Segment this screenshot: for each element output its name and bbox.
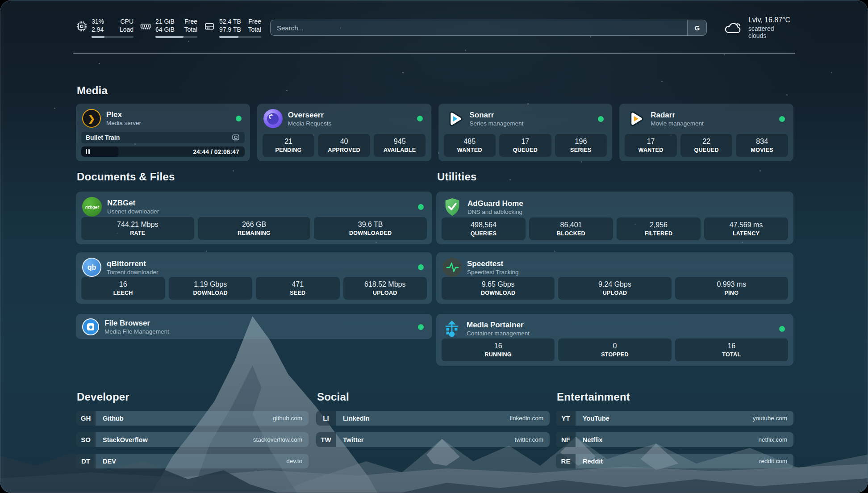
link-domain: dev.to <box>286 458 302 464</box>
radarr-icon <box>626 109 645 129</box>
cpu-labels: CPU Load <box>120 17 134 34</box>
filebrowser-name: File Browser <box>104 319 169 328</box>
sonarr-subtitle: Series management <box>470 120 524 127</box>
link-domain: github.com <box>273 415 302 422</box>
link-name: YouTube <box>583 415 609 422</box>
search-engine-button[interactable]: G <box>687 20 706 35</box>
qbittorrent-subtitle: Torrent downloader <box>107 269 159 276</box>
speedtest-icon <box>442 258 462 277</box>
filebrowser-subtitle: Media File Management <box>104 328 169 335</box>
adguard-subtitle: DNS and adblocking <box>467 209 523 215</box>
section-title-developer: Developer <box>77 391 129 403</box>
link-github[interactable]: GH Github github.com <box>76 411 309 426</box>
nzbget-name: NZBGet <box>107 199 159 208</box>
top-bar: 31% 2.94 CPU Load <box>76 13 793 42</box>
portainer-card[interactable]: Media Portainer Container management 16 … <box>436 314 793 366</box>
portainer-names: Media Portainer Container management <box>467 321 530 337</box>
weather-text: Lviv, 16.87°C scattered clouds <box>748 16 793 39</box>
nzbget-status-dot <box>418 204 424 210</box>
speedtest-names: Speedtest Speedtest Tracking <box>467 259 519 276</box>
qbittorrent-status-dot <box>418 264 424 270</box>
link-name: LinkedIn <box>343 415 370 422</box>
adguard-stats: 498,564 QUERIES 86,401 BLOCKED 2,956 FIL… <box>442 217 788 240</box>
cpu-progress-fill <box>92 36 104 38</box>
link-domain: netflix.com <box>758 436 787 443</box>
link-reddit[interactable]: RE Reddit reddit.com <box>556 454 793 468</box>
cpu-load-label: Load <box>120 25 134 33</box>
section-title-social: Social <box>317 391 349 403</box>
sonarr-names: Sonarr Series management <box>470 111 524 127</box>
plex-names: Plex Media server <box>106 110 141 126</box>
section-title-media: Media <box>77 84 108 97</box>
plex-chevron-glyph: ❯ <box>88 113 95 124</box>
qbittorrent-card[interactable]: qb qBittorrent Torrent downloader 16 LEE… <box>76 252 432 304</box>
plex-card[interactable]: ❯ Plex Media server Bullet Train <box>76 104 250 161</box>
stat-available: 945 AVAILABLE <box>374 134 426 157</box>
stat-approved: 40 APPROVED <box>318 134 370 157</box>
stat-seed: 471 SEED <box>256 277 340 300</box>
disk-icon <box>204 21 215 32</box>
cpu-values: 31% 2.94 <box>92 17 104 34</box>
speedtest-name: Speedtest <box>467 259 519 268</box>
plex-now-playing-title: Bullet Train <box>86 134 120 141</box>
disk-progress-fill <box>219 36 238 38</box>
search-bar: G <box>270 20 707 36</box>
speedtest-card[interactable]: Speedtest Speedtest Tracking 9.65 Gbps D… <box>436 252 793 304</box>
link-abbr: DT <box>76 454 96 468</box>
stat-filtered: 2,956 FILTERED <box>617 217 701 240</box>
link-stackoverflow[interactable]: SO StackOverflow stackoverflow.com <box>76 432 309 447</box>
speedtest-stats: 9.65 Gbps DOWNLOAD 9.24 Gbps UPLOAD 0.99… <box>442 277 788 300</box>
search-input[interactable] <box>271 20 687 35</box>
stat-download: 9.65 Gbps DOWNLOAD <box>442 277 555 300</box>
memory-progress-track <box>155 36 197 38</box>
link-twitter[interactable]: TW Twitter twitter.com <box>316 432 550 447</box>
stat-upload: 9.24 Gbps UPLOAD <box>558 277 671 300</box>
plex-progress-bar: 24:44 / 02:06:47 <box>81 146 245 157</box>
plex-status-dot <box>236 116 242 121</box>
link-domain: twitter.com <box>514 436 543 443</box>
link-netflix[interactable]: NF Netflix netflix.com <box>556 432 793 447</box>
link-linkedin[interactable]: LI LinkedIn linkedin.com <box>316 411 550 426</box>
entertainment-links: YT YouTube youtube.com NF Netflix netfli… <box>556 411 793 468</box>
link-name: Reddit <box>583 458 603 465</box>
nzbget-icon: nzbget <box>82 197 102 217</box>
link-name: StackOverflow <box>103 436 148 443</box>
link-abbr: TW <box>316 432 336 447</box>
link-youtube[interactable]: YT YouTube youtube.com <box>556 411 793 426</box>
link-dev-to[interactable]: DT DEV dev.to <box>76 454 309 468</box>
overseerr-name: Overseerr <box>288 111 332 120</box>
stat-wanted: 485 WANTED <box>444 134 496 157</box>
overseerr-card[interactable]: Overseerr Media Requests 21 PENDING 40 A… <box>257 104 431 161</box>
pause-icon <box>86 149 87 154</box>
memory-free-value: 21 GiB <box>155 17 175 25</box>
memory-progress-fill <box>155 36 184 38</box>
link-name: DEV <box>103 458 116 465</box>
link-name: Github <box>103 415 124 422</box>
link-abbr: LI <box>316 411 336 426</box>
adguard-names: AdGuard Home DNS and adblocking <box>467 199 523 215</box>
sonarr-card[interactable]: Sonarr Series management 485 WANTED 17 Q… <box>438 104 613 161</box>
link-domain: youtube.com <box>753 415 787 422</box>
nzbget-card[interactable]: nzbget NZBGet Usenet downloader 744.21 M… <box>76 192 432 244</box>
portainer-name: Media Portainer <box>467 321 530 330</box>
memory-icon <box>140 21 151 32</box>
weather-condition: scattered clouds <box>748 25 793 39</box>
radarr-names: Radarr Movie management <box>651 111 704 127</box>
adguard-card[interactable]: AdGuard Home DNS and adblocking 498,564 … <box>436 192 793 244</box>
link-abbr: YT <box>556 411 576 426</box>
nzbget-stats: 744.21 Mbps RATE 266 GB REMAINING 39.6 T… <box>81 217 427 240</box>
link-abbr: NF <box>556 432 576 447</box>
radarr-card[interactable]: Radarr Movie management 17 WANTED 22 QUE… <box>619 104 793 161</box>
stat-wanted: 17 WANTED <box>625 134 677 157</box>
plex-now-playing-row: Bullet Train <box>81 132 245 143</box>
stat-total: 16 TOTAL <box>675 338 788 361</box>
weather-summary: Lviv, 16.87°C <box>748 16 793 24</box>
sonarr-stats: 485 WANTED 17 QUEUED 196 SERIES <box>444 134 607 157</box>
disk-free-label: Free <box>248 17 261 25</box>
stat-series: 196 SERIES <box>555 134 607 157</box>
disk-free-value: 52.4 TB <box>219 17 241 25</box>
cloud-icon <box>723 20 743 35</box>
filebrowser-card[interactable]: File Browser Media File Management <box>76 314 432 339</box>
qbittorrent-icon-label: qb <box>88 263 96 272</box>
stat-remaining: 266 GB REMAINING <box>198 217 311 240</box>
